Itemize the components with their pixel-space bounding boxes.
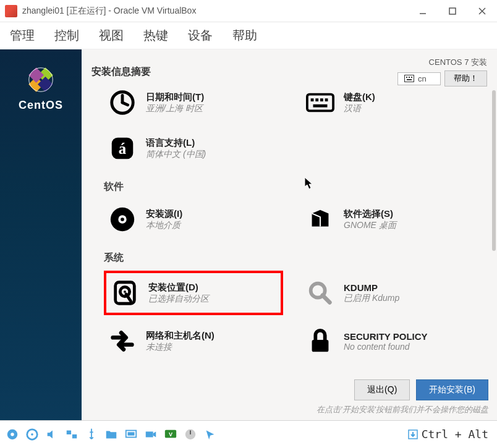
spoke-kdump[interactable]: KDUMP 已启用 Kdump	[302, 271, 481, 315]
host-key-indicator[interactable]: Ctrl + Alt	[408, 428, 493, 441]
spoke-datetime[interactable]: 日期和时间(T) 亚洲/上海 时区	[104, 90, 283, 122]
hdd-icon	[110, 278, 140, 308]
svg-rect-21	[325, 98, 328, 101]
svg-text:V: V	[169, 431, 173, 437]
keyboard-icon	[404, 75, 414, 82]
footer-note: 在点击'开始安装'按钮前我们并不会操作您的磁盘	[316, 404, 488, 415]
svg-line-16	[122, 103, 128, 105]
window-title: zhanglei01 [正在运行] - Oracle VM VirtualBox	[22, 6, 408, 17]
distro-label: CENTOS 7 安装	[429, 57, 487, 68]
spoke-language[interactable]: á 语言支持(L) 简体中文 (中国)	[104, 129, 283, 168]
window-titlebar: zhanglei01 [正在运行] - Oracle VM VirtualBox	[0, 0, 497, 22]
centos-brand: CentOS	[19, 99, 63, 112]
arrow-down-icon	[408, 429, 418, 439]
keyboard-indicator[interactable]: cn	[397, 72, 441, 85]
quit-button[interactable]: 退出(Q)	[354, 379, 410, 400]
spoke-network[interactable]: 网络和主机名(N) 未连接	[104, 321, 283, 361]
begin-install-button[interactable]: 开始安装(B)	[416, 379, 488, 400]
svg-rect-34	[312, 340, 329, 352]
status-usb-icon[interactable]	[83, 426, 100, 443]
spoke-security-policy[interactable]: SECURITY POLICY No content found	[302, 321, 481, 361]
menu-manage[interactable]: 管理	[10, 27, 35, 44]
status-display-icon[interactable]	[122, 426, 140, 443]
spoke-keyboard[interactable]: 键盘(K) 汉语	[302, 90, 481, 122]
svg-point-36	[11, 433, 14, 436]
scrollbar-thumb[interactable]	[492, 90, 496, 251]
lock-icon	[305, 326, 335, 356]
summary-header: 安装信息摘要 CENTOS 7 安装 cn 帮助！	[82, 49, 497, 90]
category-software: 软件	[104, 180, 490, 193]
status-cpu-icon[interactable]	[182, 426, 199, 443]
spoke-install-source[interactable]: 安装源(I) 本地介质	[104, 200, 283, 239]
svg-point-8	[29, 68, 53, 92]
menu-devices[interactable]: 设备	[188, 27, 213, 44]
status-network-icon[interactable]	[63, 426, 80, 443]
mouse-cursor-icon	[304, 177, 314, 190]
svg-rect-11	[409, 77, 410, 78]
svg-point-38	[31, 433, 33, 436]
svg-rect-1	[449, 8, 456, 14]
menu-bar: 管理 控制 视图 热键 设备 帮助	[0, 22, 497, 49]
svg-rect-9	[405, 75, 414, 82]
status-mouse-integration-icon[interactable]	[202, 426, 219, 443]
help-button[interactable]: 帮助！	[444, 70, 487, 87]
svg-rect-17	[307, 95, 333, 111]
spoke-software-selection[interactable]: 软件选择(S) GNOME 桌面	[302, 200, 481, 239]
svg-line-31	[126, 294, 131, 302]
svg-text:á: á	[119, 140, 127, 157]
scrollbar[interactable]	[492, 90, 496, 373]
svg-rect-39	[67, 430, 71, 434]
centos-logo-icon	[28, 67, 54, 93]
status-hdd-icon[interactable]	[4, 426, 21, 443]
search-icon	[305, 278, 335, 308]
status-vrdp-icon[interactable]: V	[162, 426, 179, 443]
svg-rect-22	[313, 104, 328, 108]
menu-control[interactable]: 控制	[54, 27, 79, 44]
svg-rect-20	[320, 98, 323, 101]
disc-icon	[108, 205, 137, 234]
language-icon: á	[108, 133, 137, 163]
virtualbox-app-icon	[5, 5, 17, 17]
menu-hotkeys[interactable]: 热键	[143, 27, 168, 44]
svg-rect-7	[38, 77, 53, 92]
svg-rect-13	[407, 79, 412, 80]
keyboard-large-icon	[305, 90, 335, 117]
svg-point-27	[121, 218, 124, 221]
menu-help[interactable]: 帮助	[232, 27, 257, 44]
vm-display[interactable]: CentOS 安装信息摘要 CENTOS 7 安装 cn 帮助！	[0, 49, 497, 420]
svg-rect-18	[311, 98, 314, 101]
svg-rect-10	[406, 77, 407, 78]
summary-footer: 退出(Q) 开始安装(B) 在点击'开始安装'按钮前我们并不会操作您的磁盘	[82, 373, 497, 420]
clock-icon	[108, 90, 137, 117]
network-icon	[108, 326, 137, 356]
menu-view[interactable]: 视图	[99, 27, 124, 44]
status-shared-folders-icon[interactable]	[103, 426, 120, 443]
status-audio-icon[interactable]	[43, 426, 61, 443]
keyboard-layout: cn	[418, 74, 427, 83]
status-recording-icon[interactable]	[142, 426, 159, 443]
close-button[interactable]	[467, 0, 497, 22]
svg-rect-42	[128, 432, 135, 436]
svg-line-33	[323, 295, 330, 303]
svg-rect-43	[146, 431, 153, 437]
page-title: 安装信息摘要	[91, 66, 151, 78]
package-icon	[305, 205, 335, 234]
svg-point-30	[124, 290, 126, 293]
svg-rect-40	[72, 434, 77, 438]
svg-rect-19	[315, 98, 318, 101]
installer-sidebar: CentOS	[0, 49, 82, 420]
svg-rect-12	[411, 77, 412, 78]
status-optical-icon[interactable]	[23, 426, 41, 443]
spoke-install-destination[interactable]: 安装位置(D) 已选择自动分区	[104, 271, 283, 315]
minimize-button[interactable]	[408, 0, 438, 22]
vb-status-bar: V Ctrl + Alt	[0, 420, 497, 447]
category-system: 系统	[104, 251, 490, 264]
maximize-button[interactable]	[438, 0, 467, 22]
